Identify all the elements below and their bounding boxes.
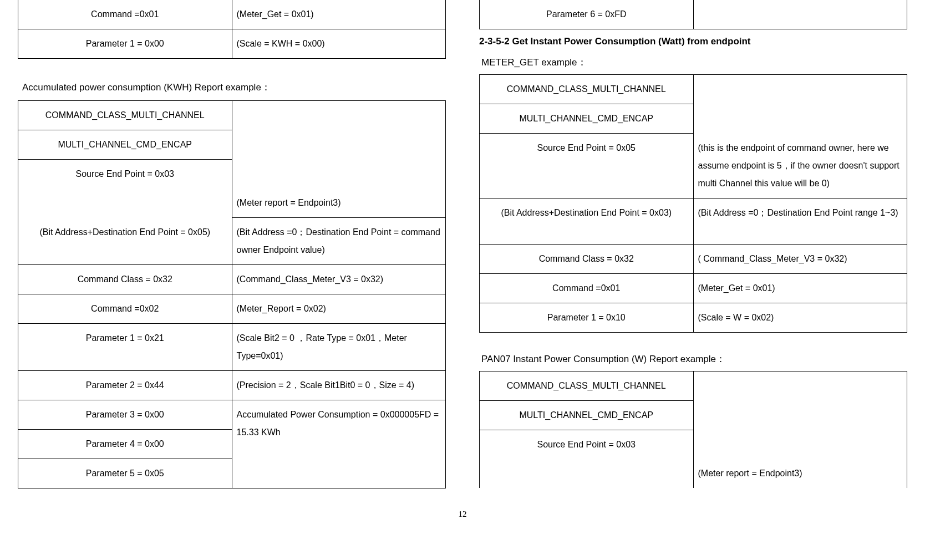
cell — [232, 101, 446, 189]
cell: (Bit Address+Destination End Point = 0x0… — [18, 218, 232, 265]
cell: Command Class = 0x32 — [18, 265, 232, 294]
cell: (Scale = W = 0x02) — [693, 303, 907, 332]
left-main-table: COMMAND_CLASS_MULTI_CHANNEL MULTI_CHANNE… — [18, 100, 446, 488]
cell: Parameter 1 = 0x00 — [18, 29, 232, 59]
cell: COMMAND_CLASS_MULTI_CHANNEL — [18, 101, 232, 130]
cell: (Bit Address =0；Destination End Point ra… — [693, 198, 907, 244]
cell: Command =0x02 — [18, 294, 232, 324]
cell: (Bit Address+Destination End Point = 0x0… — [480, 198, 694, 244]
cell: COMMAND_CLASS_MULTI_CHANNEL — [480, 371, 694, 400]
cell — [693, 0, 907, 29]
cell: ( Command_Class_Meter_V3 = 0x32) — [693, 244, 907, 273]
cell: (Meter_Get = 0x01) — [693, 273, 907, 303]
cell — [18, 189, 232, 218]
left-top-table: Command =0x01 (Meter_Get = 0x01) Paramet… — [18, 0, 446, 59]
cell: Source End Point = 0x03 — [18, 160, 232, 189]
right-table-1: COMMAND_CLASS_MULTI_CHANNEL MULTI_CHANNE… — [479, 74, 907, 333]
left-caption: Accumulated power consumption (KWH) Repo… — [22, 81, 446, 94]
cell: (Meter_Get = 0x01) — [232, 0, 446, 29]
cell — [480, 459, 694, 488]
cell: Parameter 5 = 0x05 — [18, 459, 232, 488]
cell: Command Class = 0x32 — [480, 244, 694, 273]
cell: Parameter 3 = 0x00 — [18, 400, 232, 430]
cell: Command =0x01 — [480, 273, 694, 303]
cell: (this is the endpoint of command owner, … — [693, 134, 907, 198]
cell: Parameter 6 = 0xFD — [480, 0, 694, 29]
page-number: 12 — [0, 510, 925, 519]
right-top-table: Parameter 6 = 0xFD — [479, 0, 907, 29]
cell: (Scale = KWH = 0x00) — [232, 29, 446, 59]
cell: Source End Point = 0x03 — [480, 430, 694, 459]
cell: (Scale Bit2 = 0 ，Rate Type = 0x01，Meter … — [232, 324, 446, 371]
cell: MULTI_CHANNEL_CMD_ENCAP — [18, 130, 232, 160]
cell: MULTI_CHANNEL_CMD_ENCAP — [480, 400, 694, 430]
cell: Command =0x01 — [18, 0, 232, 29]
subcaption-1: METER_GET example： — [481, 56, 907, 69]
section-heading: 2-3-5-2 Get Instant Power Consumption (W… — [479, 36, 907, 47]
right-table-2: COMMAND_CLASS_MULTI_CHANNEL MULTI_CHANNE… — [479, 371, 907, 488]
cell — [693, 371, 907, 459]
cell: Accumulated Power Consumption = 0x000005… — [232, 400, 446, 488]
cell: (Meter_Report = 0x02) — [232, 294, 446, 324]
cell: (Meter report = Endpoint3) — [693, 459, 907, 488]
cell: Source End Point = 0x05 — [480, 134, 694, 198]
cell: Parameter 4 = 0x00 — [18, 430, 232, 459]
cell: (Precision = 2，Scale Bit1Bit0 = 0，Size =… — [232, 371, 446, 400]
subcaption-2: PAN07 Instant Power Consumption (W) Repo… — [481, 353, 907, 365]
cell — [693, 75, 907, 134]
cell: (Command_Class_Meter_V3 = 0x32) — [232, 265, 446, 294]
cell: Parameter 1 = 0x21 — [18, 324, 232, 371]
cell: Parameter 1 = 0x10 — [480, 303, 694, 332]
cell: (Bit Address =0；Destination End Point = … — [232, 218, 446, 265]
cell: COMMAND_CLASS_MULTI_CHANNEL — [480, 75, 694, 104]
cell: (Meter report = Endpoint3) — [232, 189, 446, 218]
cell: MULTI_CHANNEL_CMD_ENCAP — [480, 104, 694, 134]
cell: Parameter 2 = 0x44 — [18, 371, 232, 400]
